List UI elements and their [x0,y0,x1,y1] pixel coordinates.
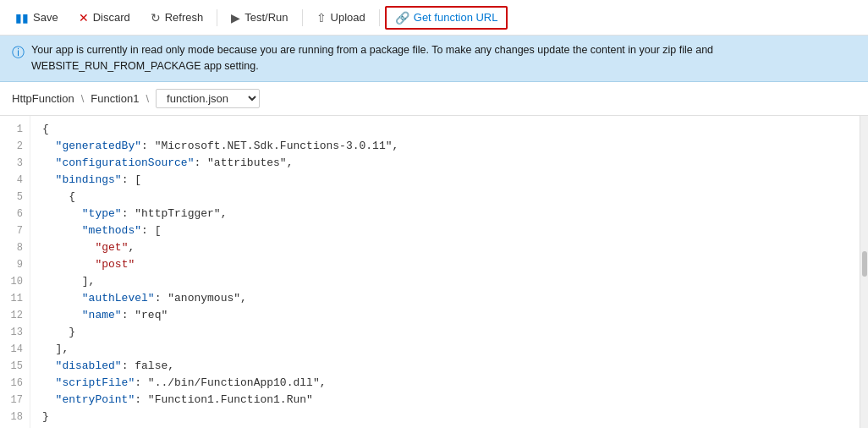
code-line: "get", [42,239,860,256]
line-number: 11 [0,290,30,307]
line-number: 5 [0,189,30,206]
line-numbers: 123456789101112131415161718 [0,116,30,429]
code-line: "generatedBy": "Microsoft.NET.Sdk.Functi… [42,138,860,155]
breadcrumb-part1: HttpFunction [12,92,74,105]
line-number: 1 [0,121,30,138]
code-line: "entryPoint": "Function1.Function1.Run" [42,392,860,409]
breadcrumb-sep1: \ [81,92,85,105]
code-line: "methods": [ [42,222,860,239]
line-number: 3 [0,155,30,172]
code-line: "post" [42,256,860,273]
line-number: 16 [0,375,30,392]
code-line: } [42,324,860,341]
line-number: 18 [0,409,30,425]
line-number: 13 [0,324,30,341]
line-number: 14 [0,341,30,358]
breadcrumb: HttpFunction \ Function1 \ function.json [0,82,868,116]
scrollbar-thumb[interactable] [862,251,867,277]
line-number: 2 [0,138,30,155]
line-number: 9 [0,256,30,273]
discard-icon: ✕ [79,11,89,25]
save-icon: ▮▮ [15,11,29,25]
refresh-button[interactable]: ↻ Refresh [142,8,212,28]
code-line: { [42,189,860,206]
code-line: "scriptFile": "../bin/FunctionApp10.dll"… [42,375,860,392]
line-number: 6 [0,206,30,222]
info-banner: ⓘ Your app is currently in read only mod… [0,36,868,82]
code-line: "bindings": [ [42,172,860,189]
line-number: 15 [0,358,30,375]
line-number: 17 [0,392,30,409]
geturl-button[interactable]: 🔗 Get function URL [385,6,508,30]
code-line: "name": "req" [42,307,860,324]
save-label: Save [33,11,58,24]
line-number: 7 [0,222,30,239]
file-selector[interactable]: function.json [156,89,260,108]
discard-label: Discard [93,11,130,24]
refresh-icon: ↻ [151,11,161,25]
scrollbar-track[interactable] [860,116,868,429]
code-line: "disabled": false, [42,358,860,375]
line-number: 12 [0,307,30,324]
line-number: 10 [0,273,30,290]
code-line: ], [42,273,860,290]
code-editor: 123456789101112131415161718 { "generated… [0,116,868,429]
toolbar-separator-2 [302,9,303,26]
line-number: 8 [0,239,30,256]
upload-button[interactable]: ⇧ Upload [308,8,374,28]
geturl-label: Get function URL [414,11,498,24]
code-line: } [42,409,860,425]
toolbar-separator [217,9,217,26]
toolbar-separator-3 [379,9,380,26]
upload-icon: ⇧ [316,11,327,25]
breadcrumb-sep2: \ [146,92,149,105]
code-line: ], [42,341,860,358]
testrun-label: Test/Run [244,11,288,24]
geturl-icon: 🔗 [395,11,409,25]
testrun-icon: ▶ [231,11,240,25]
discard-button[interactable]: ✕ Discard [70,8,139,28]
info-icon: ⓘ [12,43,25,63]
toolbar: ▮▮ Save ✕ Discard ↻ Refresh ▶ Test/Run ⇧… [0,0,868,36]
code-line: "type": "httpTrigger", [42,206,860,222]
info-text: Your app is currently in read only mode … [31,42,856,74]
code-line: "configurationSource": "attributes", [42,155,860,172]
testrun-button[interactable]: ▶ Test/Run [222,8,296,28]
line-number: 4 [0,172,30,189]
save-button[interactable]: ▮▮ Save [7,8,67,28]
refresh-label: Refresh [165,11,204,24]
code-line: "authLevel": "anonymous", [42,290,860,307]
code-content[interactable]: { "generatedBy": "Microsoft.NET.Sdk.Func… [30,116,860,429]
code-line: { [42,121,860,138]
upload-label: Upload [331,11,365,24]
breadcrumb-part2: Function1 [91,92,139,105]
